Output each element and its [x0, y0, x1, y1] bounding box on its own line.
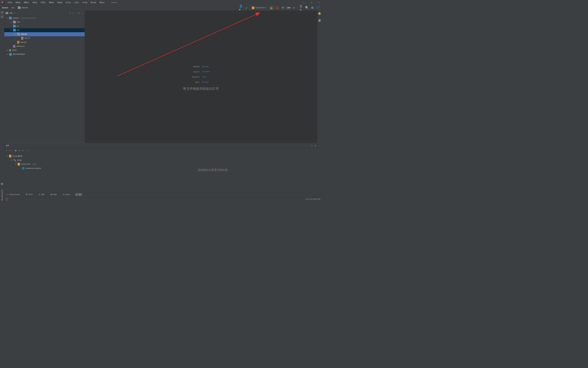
chevron-icon[interactable]: ▾: [6, 155, 8, 157]
chevron-icon[interactable]: ▾: [6, 17, 8, 19]
settings-icon[interactable]: ⚙: [311, 6, 314, 10]
tree-node[interactable]: ▸临时文件和控制台: [4, 52, 85, 56]
profiler-tool[interactable]: ◔Profiler: [62, 193, 71, 196]
chevron-icon[interactable]: ▾: [15, 163, 17, 165]
tree-node[interactable]: web.xml: [4, 36, 85, 40]
collapse-all-icon[interactable]: ≡: [9, 150, 10, 152]
menu-item[interactable]: 窗口(W): [90, 1, 96, 3]
tree-node-label: web.xml: [24, 37, 30, 39]
menu-item[interactable]: 代码(C): [40, 1, 45, 3]
chevron-icon[interactable]: ▸: [10, 21, 12, 23]
add-icon[interactable]: ＋: [28, 149, 30, 152]
tree-node-suffix: [本地]: [32, 163, 36, 165]
services-tool[interactable]: ▶服务: [75, 193, 82, 196]
breadcrumb-project[interactable]: Javaweb: [2, 7, 8, 9]
debug-button[interactable]: 🐞: [275, 6, 279, 10]
wrench-icon: 🔧: [13, 159, 16, 161]
maximize-button[interactable]: ▢: [311, 2, 312, 3]
stop-filter-icon[interactable]: ⧉: [22, 150, 23, 152]
structure-tool[interactable]: 结构: [0, 186, 3, 188]
user-icon[interactable]: 👤▾: [239, 6, 243, 10]
database-icon[interactable]: 🗄: [318, 19, 321, 22]
translate-icon[interactable]: 文A: [300, 6, 303, 10]
run-button[interactable]: ▶: [270, 6, 274, 10]
minimize-button[interactable]: —: [303, 2, 305, 3]
menu-item[interactable]: 构建(B): [57, 1, 62, 3]
services-tree-node[interactable]: ▾Tomcat 服务器: [4, 154, 104, 158]
menu-item[interactable]: 视图(V): [24, 1, 29, 3]
tree-node-label: Javaweb: [13, 17, 19, 19]
tree-node[interactable]: ▸.idea: [4, 20, 85, 24]
tool-windows-icon[interactable]: [6, 198, 8, 200]
menu-item[interactable]: 编辑(E): [15, 1, 20, 3]
problems-tool[interactable]: ⊘问题: [38, 193, 45, 196]
window-title: Javaweb: [111, 2, 117, 3]
tree-node[interactable]: index.jsp: [4, 40, 85, 44]
folder-icon: [13, 21, 16, 23]
tree-node[interactable]: Javaweb.iml: [4, 44, 85, 48]
collapse-all-icon[interactable]: ≡: [76, 12, 77, 14]
run-config-selector[interactable]: Tomcat 9.0.69 ▾: [250, 6, 268, 10]
project-icon: [6, 12, 8, 14]
project-tool-icon[interactable]: [1, 11, 3, 14]
breadcrumb-part[interactable]: WEB-INF: [22, 7, 28, 9]
menu-item[interactable]: 导航(N): [32, 1, 37, 3]
group-icon[interactable]: ▦: [15, 150, 16, 152]
database-tool[interactable]: 数据库: [318, 23, 321, 24]
select-opened-file-icon[interactable]: ◎: [69, 12, 71, 14]
menu-item[interactable]: 文件(F): [7, 1, 12, 3]
menu-item[interactable]: 工具(T): [74, 1, 79, 3]
filter-icon[interactable]: ▼: [19, 150, 20, 152]
breadcrumb-part[interactable]: web: [11, 7, 14, 9]
settings-icon[interactable]: ⚙: [315, 145, 316, 147]
commit-tool-icon[interactable]: [1, 15, 3, 18]
chevron-icon[interactable]: ▾: [10, 159, 12, 161]
file-xml-icon: [21, 37, 23, 40]
tree-node-label: Tomcat 服务器: [12, 155, 22, 157]
menu-item[interactable]: 运行(U): [65, 1, 71, 3]
close-button[interactable]: ✕: [318, 2, 319, 3]
breadcrumb[interactable]: Javaweb 〉 web 〉 WEB-INF: [2, 7, 28, 9]
folder-web-icon: [13, 29, 16, 31]
menu-item[interactable]: VCS(S): [82, 1, 87, 3]
tree-node-label: 外部库: [12, 49, 17, 51]
chevron-icon[interactable]: ▸: [6, 53, 8, 55]
stop-button[interactable]: ■: [292, 6, 296, 10]
terminal-tool[interactable]: ⌨终端: [49, 193, 58, 196]
menu-item[interactable]: 帮助(H): [99, 1, 104, 3]
bookmarks-tool[interactable]: Bookmarks: [1, 188, 3, 201]
tree-node[interactable]: src: [4, 24, 85, 28]
tree-node-label: index.jsp: [20, 41, 27, 43]
target-icon[interactable]: ◎: [311, 145, 312, 147]
tree-node[interactable]: ▾WEB-INF: [4, 32, 85, 36]
services-tree-node[interactable]: 🌐Javaweb:war exploded: [4, 166, 104, 170]
notifications-tool[interactable]: 通知: [318, 16, 321, 17]
services-tree-node[interactable]: ▾🔧未启动: [4, 158, 104, 162]
menu-item[interactable]: 重构(R): [49, 1, 54, 3]
tree-node[interactable]: ▾JavawebD:\java_base\Javaweb: [4, 16, 85, 20]
hammer-icon[interactable]: ↙: [245, 6, 248, 10]
chevron-icon[interactable]: ▾: [10, 29, 12, 31]
chevron-icon[interactable]: ▸: [6, 49, 8, 51]
shield-icon[interactable]: 🛡: [316, 6, 320, 10]
coverage-button[interactable]: ⟲: [281, 6, 285, 10]
expand-all-icon[interactable]: ≡: [73, 12, 73, 14]
hide-icon[interactable]: —: [82, 12, 83, 14]
todo-tool[interactable]: ≣TODO: [25, 193, 33, 196]
profiler-button[interactable]: ◔▾: [287, 6, 290, 10]
tomcat-icon: [252, 6, 254, 9]
search-icon[interactable]: 🔍: [305, 6, 309, 10]
chevron-icon[interactable]: ▾: [14, 33, 16, 35]
folder-icon: [17, 33, 20, 36]
expand-all-icon[interactable]: ≡: [6, 150, 7, 152]
vcs-tool[interactable]: ⎇Version Control: [6, 193, 21, 196]
services-tool-window: 服务 ◎ ⚙ — ≡ ≡ ▦ ▼: [4, 143, 322, 192]
tree-node-label: Javaweb.iml: [16, 45, 25, 47]
notifications-icon[interactable]: 🔔: [318, 12, 321, 15]
hide-icon[interactable]: —: [318, 145, 320, 147]
tree-node[interactable]: ▸外部库: [4, 48, 85, 52]
settings-icon[interactable]: ⚙: [78, 12, 80, 14]
tree-node[interactable]: ▾web: [4, 28, 85, 32]
folder-blue-icon: [13, 25, 16, 27]
services-tree-node[interactable]: ▾Tomcat 9.0.69[本地]: [4, 162, 104, 166]
